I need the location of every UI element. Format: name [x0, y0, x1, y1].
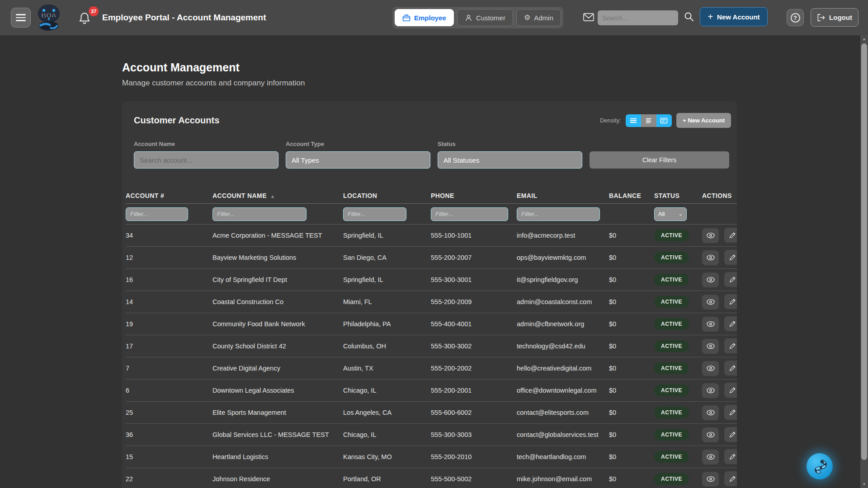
cell-account-name: Community Food Bank Network — [212, 320, 343, 328]
app-root: BOA 37 Employee Portal - Account Managem… — [0, 0, 868, 488]
column-header-location[interactable]: LOCATION — [343, 192, 431, 199]
edit-account-button[interactable] — [724, 427, 737, 442]
cell-email: info@acmecorp.test — [517, 232, 609, 239]
edit-account-button[interactable] — [724, 471, 737, 486]
assistant-fab-button[interactable] — [807, 453, 833, 479]
account-type-filter-label: Account Type — [286, 141, 430, 147]
notifications[interactable]: 37 — [78, 6, 99, 29]
cell-account-number: 22 — [126, 475, 212, 483]
cell-actions — [702, 338, 737, 354]
view-account-button[interactable] — [702, 317, 719, 332]
density-standard-button[interactable] — [641, 114, 656, 127]
tab-customer[interactable]: Customer — [457, 9, 513, 26]
column-header-account-name[interactable]: ACCOUNT NAME▲ — [212, 192, 343, 199]
view-account-button[interactable] — [702, 405, 719, 420]
view-account-button[interactable] — [702, 383, 719, 398]
cell-balance: $0 — [609, 320, 654, 328]
edit-account-button[interactable] — [724, 316, 737, 331]
view-account-button[interactable] — [702, 295, 719, 310]
briefcase-icon — [402, 14, 410, 22]
view-account-button[interactable] — [702, 472, 719, 487]
account-name-column-filter[interactable] — [212, 207, 307, 221]
scrollbar-down-arrow[interactable]: ▼ — [860, 480, 868, 488]
edit-account-button[interactable] — [724, 383, 737, 398]
status-badge: ACTIVE — [654, 473, 689, 485]
edit-account-button[interactable] — [724, 228, 737, 243]
mail-button[interactable] — [583, 12, 594, 24]
cell-location: Springfield, IL — [343, 276, 431, 283]
account-number-column-filter[interactable] — [126, 207, 188, 221]
logout-button[interactable]: Logout — [811, 8, 859, 27]
clear-filters-wrap: Clear Filters — [590, 141, 729, 169]
column-header-phone[interactable]: PHONE — [431, 192, 517, 199]
help-button[interactable]: ? — [787, 9, 804, 26]
cell-location: Kansas City, MO — [343, 453, 431, 460]
cell-location: Chicago, IL — [343, 431, 431, 438]
column-header-email[interactable]: EMAIL — [517, 192, 609, 199]
tab-admin[interactable]: ⚙ Admin — [516, 9, 561, 26]
phone-column-filter[interactable] — [431, 207, 508, 221]
eye-icon — [706, 387, 715, 394]
panel-controls: Density: — [600, 113, 731, 128]
edit-account-button[interactable] — [724, 294, 737, 309]
eye-icon — [706, 298, 715, 305]
role-tab-group: Employee Customer ⚙ Admin — [392, 7, 563, 28]
table-row: 7 Creative Digital Agency Austin, TX 555… — [126, 357, 737, 380]
view-account-button[interactable] — [702, 450, 719, 465]
hamburger-menu-button[interactable] — [11, 8, 31, 28]
view-account-button[interactable] — [702, 427, 719, 442]
eye-icon — [706, 409, 715, 416]
global-search-input[interactable] — [598, 10, 678, 25]
edit-account-button[interactable] — [724, 361, 737, 375]
scrollbar-up-arrow[interactable]: ▲ — [860, 35, 868, 43]
search-button[interactable] — [684, 11, 694, 24]
status-badge: ACTIVE — [654, 230, 689, 241]
view-account-button[interactable] — [702, 339, 719, 354]
eye-icon — [706, 343, 715, 350]
status-column-filter-select[interactable]: All ⌄ — [654, 207, 687, 221]
cell-account-number: 15 — [126, 453, 212, 460]
column-header-balance[interactable]: BALANCE — [609, 192, 654, 199]
column-header-account-number[interactable]: ACCOUNT # — [126, 192, 212, 199]
new-account-button-panel[interactable]: + New Account — [676, 113, 731, 128]
density-comfortable-button[interactable] — [656, 114, 672, 127]
cell-account-number: 25 — [126, 409, 212, 416]
edit-account-button[interactable] — [724, 405, 737, 420]
cell-actions — [702, 405, 737, 420]
envelope-icon — [583, 12, 594, 23]
location-column-filter[interactable] — [343, 207, 406, 221]
density-standard-icon — [645, 117, 652, 124]
pencil-icon — [729, 408, 736, 416]
column-header-status[interactable]: STATUS — [654, 192, 702, 199]
cell-email: office@downtownlegal.com — [517, 387, 609, 394]
cell-balance: $0 — [609, 343, 654, 350]
edit-account-button[interactable] — [724, 250, 737, 265]
account-type-select[interactable]: All Types — [286, 151, 430, 169]
status-select[interactable]: All Statuses — [438, 151, 582, 169]
view-account-button[interactable] — [702, 250, 719, 265]
cell-balance: $0 — [609, 475, 654, 483]
cell-balance: $0 — [609, 409, 654, 416]
page-scrollbar[interactable]: ▲ ▼ — [860, 35, 868, 488]
density-compact-button[interactable] — [626, 114, 641, 127]
view-account-button[interactable] — [702, 361, 719, 376]
eye-icon — [706, 453, 715, 460]
cell-email: tech@heartlandlog.com — [517, 453, 609, 460]
clear-filters-button[interactable]: Clear Filters — [590, 151, 729, 169]
pencil-icon — [729, 431, 736, 438]
cell-balance: $0 — [609, 232, 654, 239]
view-account-button[interactable] — [702, 228, 719, 243]
new-account-button-top[interactable]: + New Account — [700, 7, 768, 26]
edit-account-button[interactable] — [724, 338, 737, 353]
view-account-button[interactable] — [702, 272, 719, 287]
page-subtitle: Manage customer accounts and company inf… — [122, 79, 860, 88]
account-name-filter-input[interactable] — [134, 151, 278, 169]
cell-location: Springfield, IL — [343, 232, 431, 239]
status-badge: ACTIVE — [654, 318, 689, 330]
scrollbar-thumb[interactable] — [861, 43, 867, 460]
cobra-logo-icon: BOA — [34, 3, 63, 33]
edit-account-button[interactable] — [724, 272, 737, 287]
tab-employee[interactable]: Employee — [395, 9, 454, 26]
email-column-filter[interactable] — [517, 207, 600, 221]
edit-account-button[interactable] — [724, 449, 737, 464]
